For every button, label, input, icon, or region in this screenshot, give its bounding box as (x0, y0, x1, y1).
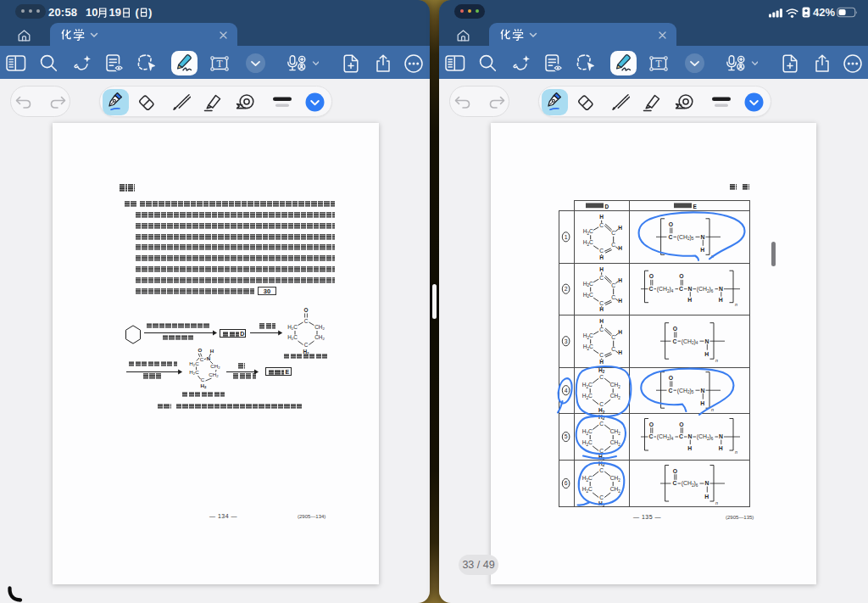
svg-text:H2: H2 (201, 382, 207, 389)
svg-text:O: O (198, 347, 203, 353)
svg-text:H2C: H2C (287, 334, 298, 341)
svg-text:CH2: CH2 (314, 324, 325, 331)
svg-text:CH2: CH2 (210, 363, 220, 370)
svg-text:T: T (217, 59, 223, 69)
svg-text:C: C (201, 377, 205, 382)
svg-text:N: N (207, 355, 211, 360)
svg-text:C: C (303, 318, 308, 324)
svg-text:H2C: H2C (287, 324, 298, 331)
svg-text:H2C: H2C (189, 369, 199, 376)
svg-text:C: C (200, 356, 204, 362)
svg-text:H2C: H2C (189, 360, 199, 367)
svg-text:C: C (303, 342, 308, 348)
svg-text:O: O (303, 307, 308, 313)
svg-text:CH2: CH2 (209, 371, 219, 378)
svg-text:T: T (656, 59, 662, 69)
svg-text:CH2: CH2 (314, 334, 325, 341)
svg-text:H: H (210, 347, 214, 353)
